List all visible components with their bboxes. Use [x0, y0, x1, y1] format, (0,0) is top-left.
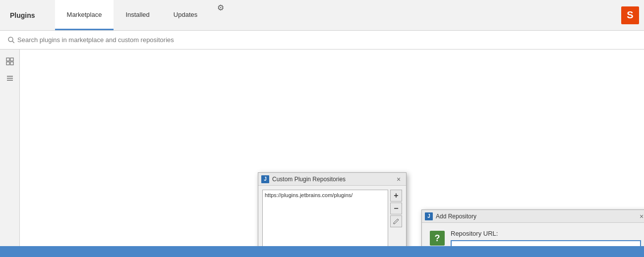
- gear-button[interactable]: ⚙: [213, 0, 228, 15]
- tabs-area: Marketplace Installed Updates ⚙: [55, 0, 229, 30]
- url-label: Repository URL:: [451, 230, 641, 237]
- header-right: S: [621, 6, 644, 24]
- tab-updates[interactable]: Updates: [162, 0, 209, 30]
- close-icon: ×: [397, 175, 401, 183]
- edit-repo-button[interactable]: [390, 215, 402, 227]
- svg-rect-5: [10, 62, 13, 65]
- add-repo-titlebar: J Add Repository ×: [422, 210, 644, 223]
- custom-repos-body: https://plugins.jetbrains.com/plugins/ +…: [258, 186, 406, 246]
- plugin-window: Plugins Marketplace Installed Updates ⚙ …: [0, 0, 644, 257]
- remove-repo-button[interactable]: −: [390, 203, 402, 214]
- add-repo-body: ? Repository URL:: [422, 223, 644, 246]
- custom-repos-titlebar: J Custom Plugin Repositories ×: [258, 173, 406, 186]
- question-icon: ?: [430, 231, 445, 246]
- add-repo-title: Add Repository: [436, 213, 637, 220]
- tab-installed-label: Installed: [125, 11, 149, 18]
- add-repo-button[interactable]: +: [390, 190, 402, 202]
- repos-actions: + −: [390, 190, 402, 246]
- add-repo-fields: Repository URL:: [451, 230, 641, 246]
- custom-repos-close-button[interactable]: ×: [394, 175, 403, 184]
- gear-icon: ⚙: [217, 3, 224, 12]
- repository-url-input[interactable]: [451, 240, 641, 246]
- tab-updates-label: Updates: [174, 11, 197, 18]
- svg-rect-3: [10, 58, 13, 61]
- brand-logo: S: [621, 6, 639, 24]
- add-repo-dialog: J Add Repository × ? Repository URL:: [421, 209, 644, 246]
- tab-marketplace[interactable]: Marketplace: [55, 0, 114, 30]
- search-input[interactable]: [17, 36, 216, 44]
- add-repo-title-icon: J: [425, 212, 433, 220]
- page-title: Plugins: [5, 11, 35, 19]
- tab-installed[interactable]: Installed: [114, 0, 161, 30]
- custom-repos-dialog: J Custom Plugin Repositories × https://p…: [258, 172, 407, 246]
- search-icon: [8, 37, 14, 43]
- svg-point-0: [8, 37, 13, 42]
- tab-marketplace-label: Marketplace: [67, 11, 102, 18]
- repo-list-item: https://plugins.jetbrains.com/plugins/: [265, 192, 386, 198]
- svg-rect-4: [6, 62, 9, 65]
- custom-repos-title-icon: J: [261, 175, 269, 183]
- sidebar-btn-1[interactable]: [3, 54, 17, 68]
- close-icon: ×: [640, 212, 644, 220]
- sidebar: [0, 50, 20, 246]
- main-content: J Custom Plugin Repositories × https://p…: [0, 50, 644, 246]
- custom-repos-title: Custom Plugin Repositories: [272, 176, 394, 183]
- sidebar-btn-2[interactable]: [3, 71, 17, 85]
- svg-rect-2: [6, 58, 9, 61]
- svg-line-1: [12, 41, 14, 43]
- repos-list: https://plugins.jetbrains.com/plugins/: [262, 190, 388, 246]
- search-bar: [0, 31, 644, 50]
- bottom-bar: [0, 246, 644, 257]
- header-bar: Plugins Marketplace Installed Updates ⚙ …: [0, 0, 644, 31]
- add-repo-close-button[interactable]: ×: [637, 212, 644, 221]
- dialog-overlay: J Custom Plugin Repositories × https://p…: [20, 50, 644, 246]
- content-area: J Custom Plugin Repositories × https://p…: [20, 50, 644, 246]
